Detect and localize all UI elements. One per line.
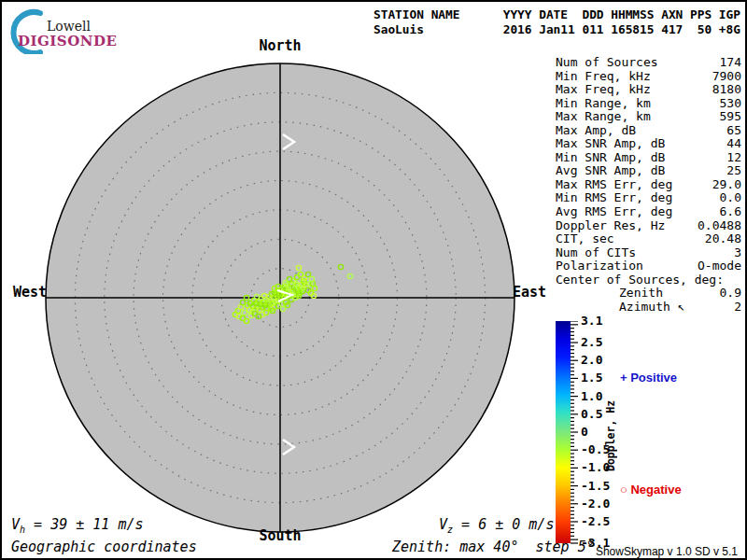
logo-text-digisonde: DIGISONDE (18, 33, 117, 49)
stat-row: Max Range, km595 (556, 110, 741, 124)
stat-label: Doppler Res, Hz (556, 219, 665, 233)
legend-positive: + Positive (620, 371, 677, 385)
stat-value: 0.0 (720, 191, 741, 205)
colorbar-tick-label: -2.5 (581, 514, 610, 528)
stat-value: 12 (726, 151, 741, 165)
stat-value: 29.0 (712, 178, 741, 192)
stat-label: Polarization (556, 259, 643, 273)
stat-label: Max RMS Err, deg (556, 178, 672, 192)
stat-row: Min Freq, kHz7900 (556, 70, 741, 84)
stat-row: Num of Sources174 (556, 56, 741, 70)
doppler-colorbar: 3.12.52.01.51.00.50-0.5-1.0-1.5-2.0-2.5-… (556, 321, 640, 543)
stat-label: CIT, sec (556, 232, 614, 246)
colorbar-tick-label: 0 (581, 425, 588, 439)
stat-value: 44 (726, 137, 741, 151)
version-label: ShowSkymap v 1.0 SD v 5.1 (596, 545, 738, 558)
stat-row: Avg RMS Err, deg6.6 (556, 205, 741, 219)
colorbar-tick-label: -1.5 (581, 479, 610, 493)
stat-label: Num of Sources (556, 56, 658, 70)
stat-label: Max SNR Amp, dB (556, 137, 665, 151)
stat-value: 174 (720, 56, 741, 70)
stat-row: CIT, sec20.48 (556, 232, 741, 246)
stat-value: 20.48 (705, 232, 741, 246)
stat-section-header: Center of Sources, deg: (556, 273, 741, 287)
compass-label-south: South (210, 527, 350, 544)
stat-label: Min Range, km (556, 97, 651, 111)
colorbar-axis-title: Doppler, Hz (604, 399, 617, 473)
stat-row: Doppler Res, Hz0.0488 (556, 219, 741, 233)
stat-value: 595 (720, 110, 741, 124)
colorbar-tick-label: 1.0 (581, 389, 602, 403)
compass-label-west: West (13, 284, 47, 301)
stat-row: Min SNR Amp, dB12 (556, 151, 741, 165)
station-header-line1: STATION NAME YYYY DATE DDD HHMMSS AXN PP… (374, 7, 740, 22)
stat-row: Azimuth ↖2 (556, 301, 741, 315)
station-header-line2: SaoLuis 2016 Jan11 011 165815 417 50 +8G (374, 22, 740, 37)
coordinates-label: Geographic coordinates (11, 539, 197, 555)
stat-value: 7900 (712, 70, 741, 84)
compass-label-north: North (210, 37, 350, 54)
stat-value: 3 (734, 246, 741, 260)
stat-value: 8180 (712, 83, 741, 97)
stat-label: Azimuth ↖ (619, 301, 684, 315)
stat-label: Max Freq, kHz (556, 83, 651, 97)
stats-panel: Num of Sources174Min Freq, kHz7900Max Fr… (556, 56, 741, 314)
stat-label: Max Amp, dB (556, 124, 636, 138)
stat-value: 530 (720, 97, 741, 111)
stat-label: Max Range, km (556, 110, 651, 124)
stat-value: 65 (726, 124, 741, 138)
stat-value: 6.6 (720, 205, 741, 219)
colorbar-tick-label: 1.5 (581, 371, 602, 385)
colorbar-tick-label: 2.0 (581, 353, 602, 367)
stat-label: Avg RMS Err, deg (556, 205, 672, 219)
colorbar-tick-label: -2.0 (581, 497, 610, 511)
zenith-scale-note: Zenith: max 40° step 5° (392, 539, 595, 555)
colorbar-tick-label: 0.5 (581, 407, 602, 421)
stat-value: 0.0488 (698, 219, 741, 233)
stat-value: 0.9 (720, 287, 741, 301)
stat-label: Zenith (619, 287, 663, 301)
stat-row: Num of CITs3 (556, 246, 741, 260)
compass-label-east: East (513, 284, 546, 301)
stat-row: Max Amp, dB65 (556, 124, 741, 138)
stat-row: Max SNR Amp, dB44 (556, 137, 741, 151)
stat-value: O-mode (698, 259, 741, 273)
stat-row: Zenith0.9 (556, 287, 741, 301)
legend-negative: ○ Negative (620, 483, 682, 497)
colorbar-tick-label: 3.1 (581, 314, 602, 328)
stat-row: PolarizationO-mode (556, 259, 741, 273)
lowell-digisonde-logo: Lowell DIGISONDE (9, 6, 121, 54)
stat-value: 25 (726, 164, 741, 178)
stat-label: Min SNR Amp, dB (556, 151, 665, 165)
showskymap-window: Lowell DIGISONDE STATION NAME YYYY DATE … (0, 0, 747, 560)
stat-label: Num of CITs (556, 246, 636, 260)
stat-row: Max Freq, kHz8180 (556, 83, 741, 97)
colorbar-tick-label: 2.5 (581, 335, 602, 349)
stat-label: Avg SNR Amp, dB (556, 164, 665, 178)
colorbar-gradient (556, 321, 571, 543)
stat-row: Max RMS Err, deg29.0 (556, 178, 741, 192)
stat-label: Min RMS Err, deg (556, 191, 672, 205)
stat-row: Avg SNR Amp, dB25 (556, 164, 741, 178)
stat-row: Min RMS Err, deg0.0 (556, 191, 741, 205)
horizontal-velocity-label: Vh = 39 ± 11 m/s (11, 516, 144, 535)
vertical-velocity-label: Vz = 6 ± 0 m/s (439, 516, 554, 535)
stat-value: 2 (734, 301, 741, 315)
stat-label: Min Freq, kHz (556, 70, 651, 84)
logo-text-lowell: Lowell (47, 19, 91, 34)
stat-row: Min Range, km530 (556, 97, 741, 111)
